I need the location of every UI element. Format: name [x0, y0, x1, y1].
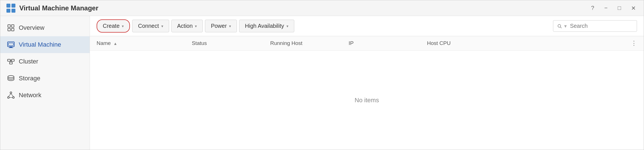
- sidebar-label-storage: Storage: [19, 75, 40, 82]
- svg-rect-3: [11, 9, 15, 13]
- sidebar-item-network[interactable]: Network: [0, 87, 90, 104]
- svg-rect-1: [11, 4, 15, 8]
- app-title: Virtual Machine Manager: [19, 4, 98, 12]
- svg-rect-9: [8, 43, 13, 46]
- search-icon: [557, 23, 562, 29]
- svg-rect-12: [8, 59, 10, 61]
- svg-point-18: [10, 92, 12, 94]
- svg-rect-7: [11, 28, 14, 31]
- help-button[interactable]: ?: [589, 4, 596, 12]
- action-button[interactable]: Action ▾: [171, 20, 203, 32]
- svg-rect-6: [8, 28, 10, 31]
- svg-rect-10: [10, 47, 12, 47]
- connect-caret-icon: ▾: [161, 24, 163, 28]
- titlebar-controls: ? − □ ✕: [589, 4, 638, 13]
- svg-point-20: [13, 97, 14, 98]
- svg-line-22: [11, 94, 13, 97]
- maximize-button[interactable]: □: [615, 4, 623, 12]
- svg-rect-4: [8, 25, 10, 27]
- titlebar: Virtual Machine Manager ? − □ ✕: [0, 0, 644, 16]
- sidebar-item-storage[interactable]: Storage: [0, 70, 90, 87]
- ha-caret-icon: ▾: [286, 24, 288, 28]
- svg-point-17: [8, 76, 14, 78]
- svg-line-25: [561, 27, 561, 28]
- app-window: Virtual Machine Manager ? − □ ✕ Over: [0, 0, 644, 150]
- vm-icon: [7, 41, 15, 49]
- table-header: Name ▲ Status Running Host IP Host CPU ⋮: [90, 36, 644, 51]
- search-box[interactable]: ▾: [553, 20, 637, 32]
- svg-rect-0: [6, 4, 10, 8]
- power-caret-icon: ▾: [229, 24, 231, 28]
- toolbar: Create ▾ Connect ▾ Action ▾ Power ▾ High…: [90, 16, 644, 36]
- table-body: No items: [90, 51, 644, 150]
- titlebar-left: Virtual Machine Manager: [6, 3, 98, 13]
- col-header-running-host: Running Host: [270, 40, 349, 46]
- create-caret-icon: ▾: [122, 24, 124, 28]
- create-button[interactable]: Create ▾: [97, 19, 130, 33]
- sidebar-label-cluster: Cluster: [19, 58, 38, 65]
- content-area: Overview Virtual Machine: [0, 16, 644, 150]
- app-icon: [6, 3, 16, 13]
- search-caret-icon: ▾: [564, 23, 567, 29]
- network-icon: [7, 91, 15, 99]
- svg-rect-2: [6, 9, 10, 13]
- action-caret-icon: ▾: [195, 24, 197, 28]
- sidebar-item-virtual-machine[interactable]: Virtual Machine: [0, 36, 90, 53]
- overview-icon: [7, 24, 15, 32]
- col-header-host-cpu: Host CPU: [427, 40, 626, 46]
- empty-message: No items: [355, 97, 379, 104]
- more-columns-icon[interactable]: ⋮: [631, 40, 637, 47]
- main-content: Create ▾ Connect ▾ Action ▾ Power ▾ High…: [90, 16, 644, 150]
- col-header-ip: IP: [349, 40, 427, 46]
- connect-button[interactable]: Connect ▾: [132, 20, 169, 32]
- high-availability-button[interactable]: High Availability ▾: [239, 20, 294, 32]
- col-more[interactable]: ⋮: [626, 40, 637, 47]
- sidebar: Overview Virtual Machine: [0, 16, 90, 150]
- col-header-status: Status: [192, 40, 270, 46]
- sidebar-item-cluster[interactable]: Cluster: [0, 53, 90, 70]
- svg-line-21: [8, 94, 11, 97]
- svg-rect-11: [9, 47, 13, 48]
- svg-rect-5: [11, 25, 14, 27]
- col-header-name[interactable]: Name ▲: [97, 40, 192, 46]
- close-button[interactable]: ✕: [629, 4, 638, 13]
- storage-icon: [7, 74, 15, 82]
- sidebar-label-network: Network: [19, 92, 41, 99]
- power-button[interactable]: Power ▾: [205, 20, 237, 32]
- sidebar-item-overview[interactable]: Overview: [0, 19, 90, 36]
- minimize-button[interactable]: −: [602, 4, 610, 12]
- sidebar-label-overview: Overview: [19, 24, 45, 31]
- sidebar-label-virtual-machine: Virtual Machine: [19, 41, 61, 48]
- svg-point-24: [558, 24, 561, 27]
- cluster-icon: [7, 58, 15, 65]
- svg-rect-14: [10, 62, 12, 64]
- sort-icon: ▲: [113, 41, 117, 46]
- svg-rect-13: [11, 59, 14, 61]
- search-input[interactable]: [570, 23, 633, 29]
- svg-point-19: [8, 97, 9, 98]
